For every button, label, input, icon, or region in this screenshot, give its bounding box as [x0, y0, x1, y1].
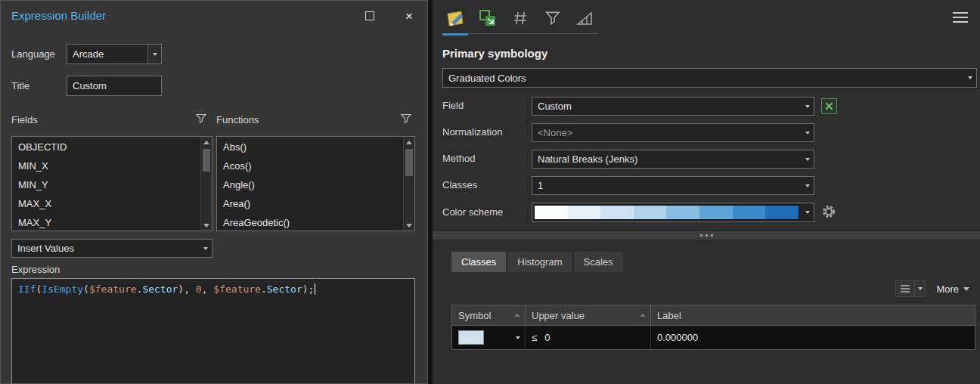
language-select[interactable]: Arcade [67, 44, 162, 64]
dialog-titlebar[interactable]: Expression Builder × [1, 1, 427, 31]
fields-filter-button[interactable] [194, 112, 208, 125]
language-label: Language [11, 48, 55, 60]
scroll-down-icon[interactable] [201, 220, 212, 231]
functions-list[interactable]: Abs()Acos()Angle()Area()AreaGeodetic() [216, 136, 415, 231]
show-values-button[interactable] [895, 280, 915, 297]
primary-symbology-icon[interactable] [442, 6, 468, 30]
list-item[interactable]: OBJECTID [12, 138, 200, 156]
primary-symbology-heading: Primary symbology [442, 47, 547, 60]
fields-scrollbar[interactable] [200, 137, 212, 231]
symbol-swatch[interactable] [458, 330, 484, 345]
column-label: Upper value [532, 310, 585, 321]
field-value: Custom [532, 101, 801, 112]
tab-scales[interactable]: Scales [574, 252, 623, 272]
functions-filter-button[interactable] [399, 112, 413, 125]
functions-scrollbar[interactable] [403, 137, 414, 231]
upper-value: 0 [544, 332, 550, 343]
language-value: Arcade [67, 48, 147, 60]
scroll-up-icon[interactable] [201, 137, 212, 147]
close-icon: × [405, 10, 413, 23]
insert-values-label: Insert Values [12, 243, 199, 254]
fields-list[interactable]: OBJECTIDMIN_XMIN_YMAX_XMAX_Y [11, 136, 212, 231]
maximize-button[interactable] [356, 5, 383, 26]
list-item[interactable]: MIN_X [12, 156, 200, 175]
tab-histogram[interactable]: Histogram [507, 252, 572, 272]
symbology-filter-icon[interactable] [540, 6, 566, 30]
title-value: Custom [73, 80, 107, 91]
field-select[interactable]: Custom [532, 97, 814, 116]
classes-select[interactable]: 1 [532, 176, 814, 195]
column-header-symbol[interactable]: Symbol [452, 305, 526, 325]
expression-editor[interactable]: IIf(IsEmpty($feature.Sector), 0, $featur… [11, 278, 415, 384]
method-select[interactable]: Natural Breaks (Jenks) [532, 150, 814, 169]
expression-code[interactable]: IIf(IsEmpty($feature.Sector), 0, $featur… [12, 279, 414, 299]
classes-tab-strip: ClassesHistogramScales [451, 252, 625, 272]
scrollbar-thumb[interactable] [405, 149, 413, 176]
green-squares-icon [478, 8, 498, 28]
menu-button[interactable] [953, 12, 968, 23]
chevron-down-icon [801, 98, 814, 115]
column-header-upper-value[interactable]: Upper value [526, 305, 651, 325]
close-button[interactable]: × [395, 5, 423, 26]
show-values-dropdown[interactable] [915, 280, 926, 297]
chevron-down-icon [801, 124, 814, 141]
normalization-select[interactable]: <None> [532, 123, 814, 142]
less-equal-sign: ≤ [532, 332, 537, 343]
column-label: Symbol [458, 310, 491, 321]
more-button[interactable]: More [936, 283, 969, 295]
color-scheme-select[interactable] [532, 203, 814, 222]
color-scheme-label: Color scheme [442, 206, 503, 218]
list-item[interactable]: MIN_Y [12, 175, 200, 194]
pane-splitter[interactable] [433, 231, 980, 240]
expression-label: Expression [11, 264, 60, 275]
expression-x-icon [824, 101, 834, 111]
screen: Expression Builder × Language Arcade Tit… [0, 0, 980, 384]
method-value: Natural Breaks (Jenks) [532, 153, 801, 165]
scroll-up-icon[interactable] [404, 137, 414, 147]
symbology-pane: Primary symbology Graduated Colors Field… [433, 0, 980, 384]
column-label: Label [657, 310, 681, 321]
dialog-title: Expression Builder [11, 1, 106, 31]
table-header: Symbol Upper value Label [452, 305, 975, 326]
list-item[interactable]: Area() [217, 194, 403, 213]
vary-symbology-icon[interactable] [475, 6, 501, 30]
chevron-down-icon [199, 240, 212, 257]
sort-icon [514, 314, 520, 317]
column-header-label[interactable]: Label [651, 305, 975, 325]
label-cell[interactable]: 0.000000 [651, 326, 975, 349]
scale-based-symbology-icon[interactable] [572, 6, 598, 30]
symbology-type-value: Graduated Colors [443, 73, 963, 84]
ramp-icon [575, 9, 595, 27]
chevron-down-icon [801, 177, 814, 194]
pencil-page-icon [445, 8, 466, 28]
list-item[interactable]: MAX_Y [12, 213, 200, 231]
list-item[interactable]: Acos() [217, 156, 403, 175]
set-expression-button[interactable] [821, 98, 837, 114]
fields-label: Fields [11, 114, 38, 125]
method-label: Method [442, 153, 475, 164]
scrollbar-thumb[interactable] [203, 149, 210, 172]
insert-values-select[interactable]: Insert Values [11, 239, 212, 258]
maximize-icon [365, 11, 374, 20]
table-row[interactable]: ≤ 0 0.000000 [452, 326, 975, 349]
normalization-value: <None> [532, 127, 801, 138]
text-cursor [315, 283, 315, 295]
classes-label: Classes [442, 179, 477, 190]
list-icon [900, 284, 910, 293]
symbology-type-select[interactable]: Graduated Colors [442, 68, 977, 88]
upper-value-cell[interactable]: ≤ 0 [526, 326, 651, 349]
list-item[interactable]: Abs() [217, 138, 403, 156]
symbol-layer-drawing-icon[interactable] [507, 6, 533, 30]
list-item[interactable]: MAX_X [12, 194, 200, 213]
list-item[interactable]: AreaGeodetic() [217, 213, 403, 231]
tab-classes[interactable]: Classes [451, 252, 506, 272]
symbol-cell[interactable] [452, 326, 526, 349]
sort-icon [640, 314, 646, 317]
field-label: Field [442, 100, 464, 111]
chevron-down-icon [801, 150, 814, 168]
color-scheme-options-button[interactable] [820, 203, 837, 220]
grip-dots-icon [700, 234, 702, 237]
list-item[interactable]: Angle() [217, 175, 403, 194]
scroll-down-icon[interactable] [404, 220, 414, 231]
title-input[interactable]: Custom [67, 76, 162, 96]
